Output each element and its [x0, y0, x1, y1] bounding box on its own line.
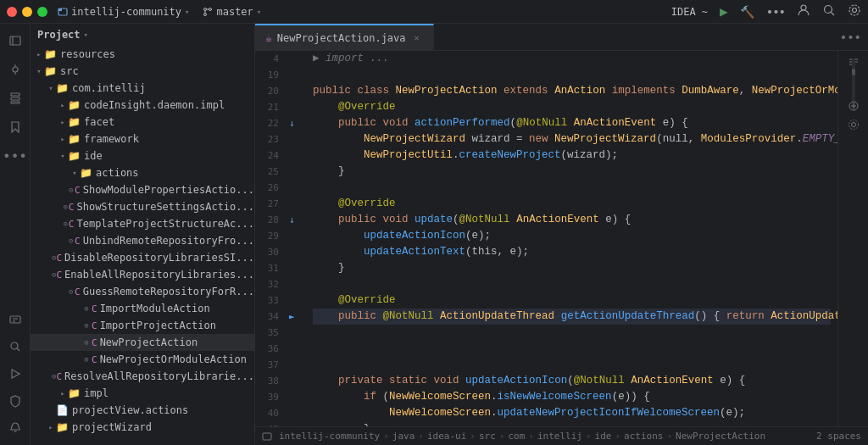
breadcrumb-item[interactable]: com — [508, 431, 525, 442]
token: return — [726, 309, 765, 325]
token — [548, 83, 555, 99]
more-tabs-icon[interactable]: ••• — [840, 31, 861, 44]
project-dropdown-icon[interactable]: ▾ — [84, 31, 88, 39]
tree-item-label: GuessRemoteRepositoryForR... — [83, 286, 254, 298]
line-number: 33 — [255, 292, 284, 309]
tree-item[interactable]: ⊙CUnbindRemoteRepositoryFro... — [31, 232, 254, 249]
sidebar-item-security[interactable] — [2, 387, 29, 414]
tree-item[interactable]: ▸📁facet — [31, 114, 254, 131]
tree-item[interactable]: ▾📁ide — [31, 147, 254, 164]
token: ActionUpdateThread — [440, 309, 554, 325]
tree-item[interactable]: ⊙CImportModuleAction — [31, 300, 254, 317]
folder-icon: 📁 — [68, 150, 81, 162]
tree-header: Project ▾ — [31, 24, 254, 46]
token: implements — [612, 83, 676, 99]
svg-point-3 — [204, 13, 207, 15]
sidebar-item-more[interactable]: ••• — [2, 142, 29, 170]
breadcrumb-item[interactable]: ide — [595, 431, 612, 442]
tree-item[interactable]: ⊙CEnableAllRepositoryLibraries... — [31, 266, 254, 283]
tree-item-label: DisableRepositoryLibrariesSI... — [64, 252, 254, 264]
tree-item[interactable]: ▸📁resources — [31, 46, 254, 63]
code-line: @Override — [313, 196, 831, 212]
sidebar-item-run[interactable] — [2, 360, 29, 387]
editor: 4192021222324252627282930313233343536373… — [255, 51, 868, 426]
sidebar-item-structure[interactable] — [2, 85, 29, 112]
token: NewProjectWizard — [364, 131, 465, 147]
breadcrumb-item[interactable]: idea-ui — [427, 431, 466, 442]
tree-item[interactable]: ⊙CNewProjectOrModuleAction — [31, 351, 254, 368]
tree-item[interactable]: ▸📁framework — [31, 131, 254, 147]
profile-icon[interactable] — [797, 3, 810, 19]
token: new — [529, 131, 548, 147]
spaces-indicator[interactable]: 2 spaces — [816, 431, 861, 442]
code-area[interactable]: ▶ import ... public class NewProjectActi… — [306, 51, 837, 426]
maximize-button[interactable] — [37, 7, 47, 17]
code-line — [313, 341, 831, 357]
line-number: 35 — [255, 325, 284, 341]
breadcrumb-item[interactable]: NewProjectAction — [676, 431, 765, 442]
sidebar-item-commit[interactable] — [2, 56, 29, 83]
tab-newprojectaction[interactable]: ☕ NewProjectAction.java ✕ — [255, 24, 434, 51]
tree-item[interactable]: ▾📁actions — [31, 164, 254, 181]
project-name[interactable]: intellij-community ▾ — [58, 6, 189, 18]
minimize-button[interactable] — [22, 7, 32, 17]
tree-item[interactable]: ▸📁codeInsight.daemon.impl — [31, 97, 254, 114]
tree-item-label: ResolveAllRepositoryLibrarie... — [64, 370, 254, 382]
breadcrumb-item[interactable]: src — [479, 431, 496, 442]
close-button[interactable] — [7, 7, 17, 17]
gutter-icon[interactable]: ► — [289, 311, 295, 322]
svg-point-4 — [209, 8, 212, 10]
tree-item[interactable]: ⊙CDisableRepositoryLibrariesSI... — [31, 249, 254, 266]
tree-item[interactable]: ▸📁projectWizard — [31, 419, 254, 436]
breadcrumb-item[interactable]: intellij — [537, 431, 582, 442]
breadcrumb-item[interactable]: java — [392, 431, 415, 442]
line-number: 4 — [255, 51, 284, 67]
build-button[interactable]: 🔨 — [740, 5, 754, 19]
line-number: 24 — [255, 147, 284, 164]
sidebar-item-bookmarks[interactable] — [2, 114, 29, 141]
tree-item[interactable]: ⊙CNewProjectAction — [31, 334, 254, 351]
token: @NotNull — [459, 212, 510, 228]
gutter-icon[interactable]: ↓ — [289, 214, 295, 225]
branch-selector[interactable]: master ▾ — [203, 6, 261, 18]
tree-item[interactable]: 📄projectView.actions — [31, 402, 254, 419]
tree-item[interactable]: ⊙CGuessRemoteRepositoryForR... — [31, 283, 254, 300]
tree-item[interactable]: ▸📁impl — [31, 385, 254, 402]
code-line: public class NewProjectAction extends An… — [313, 83, 831, 99]
sidebar-item-project[interactable] — [2, 27, 29, 54]
code-line: public void update(@NotNull AnActionEven… — [313, 212, 831, 228]
sidebar-item-search[interactable] — [2, 333, 29, 360]
folder-icon: 📁 — [80, 167, 92, 179]
token: EMPTY_MODULES_PROVIDER — [803, 131, 837, 147]
tab-close[interactable]: ✕ — [411, 32, 423, 44]
java-file-icon: C — [92, 320, 97, 331]
more-actions[interactable]: ••• — [766, 5, 785, 19]
tree-item[interactable]: ⊙CImportProjectAction — [31, 317, 254, 334]
breadcrumb-item[interactable]: intellij-community — [279, 431, 380, 442]
folder-icon: 📁 — [56, 82, 69, 94]
tree-item[interactable]: ⊙CShowStructureSettingsActio... — [31, 198, 254, 215]
settings-icon[interactable] — [848, 3, 861, 19]
diff-icon[interactable] — [846, 98, 861, 114]
line-number: 29 — [255, 228, 284, 244]
editor-area: ☕ NewProjectAction.java ✕ ••• 4192021222… — [255, 24, 868, 445]
code-line: } — [313, 164, 831, 180]
sidebar-item-problems[interactable] — [2, 306, 29, 333]
code-line: } — [313, 260, 831, 276]
svg-point-8 — [825, 6, 832, 14]
search-icon[interactable] — [822, 3, 836, 19]
run-button[interactable]: ▶ — [720, 3, 728, 19]
tree-item[interactable]: ▾📁src — [31, 63, 254, 80]
java-file-icon: C — [75, 185, 81, 196]
tree-item[interactable]: ⊙CTemplateProjectStructureAc... — [31, 215, 254, 232]
breadcrumb-item[interactable]: actions — [624, 431, 663, 442]
token: ( — [510, 115, 517, 131]
gutter-icon[interactable]: ↓ — [289, 118, 295, 129]
tree-item[interactable]: ⊙CResolveAllRepositoryLibrarie... — [31, 368, 254, 385]
tree-item[interactable]: ▾📁com.intellij — [31, 80, 254, 97]
settings2-icon[interactable] — [846, 117, 861, 132]
tree-title-label: Project — [37, 29, 81, 41]
sidebar-item-notifications[interactable] — [2, 414, 29, 442]
tree-item[interactable]: ⊙CShowModulePropertiesActio... — [31, 181, 254, 198]
fold-icon[interactable]: ▶ import ... — [313, 51, 389, 67]
